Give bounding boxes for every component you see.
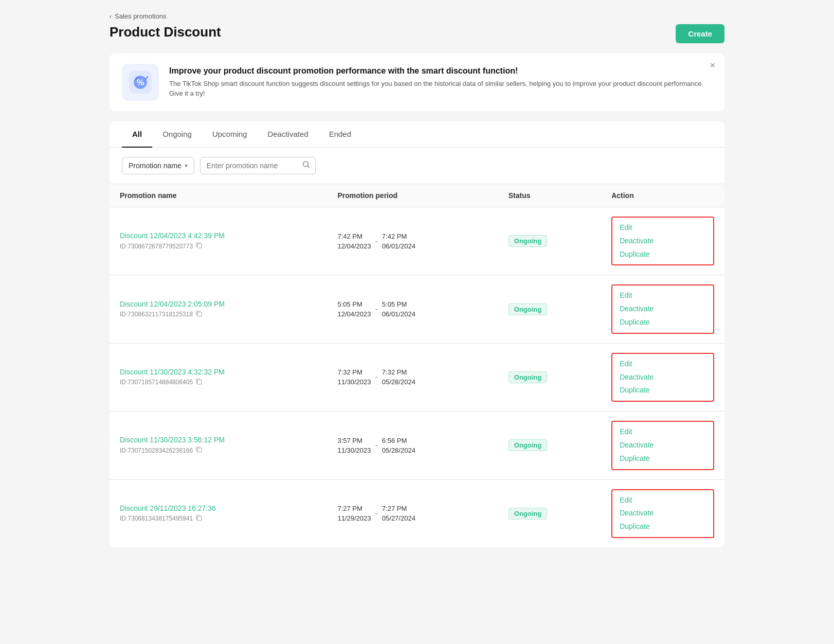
promo-action-cell: EditDeactivateDuplicate [601,479,724,547]
banner-close-button[interactable]: × [710,61,715,70]
tab-bar: AllOngoingUpcomingDeactivatedEnded [110,121,724,148]
action-col-wrapper: EditDeactivateDuplicate [611,217,714,265]
action-edit[interactable]: Edit [620,426,706,438]
promo-name-link[interactable]: Discount 11/30/2023 4:32:32 PM [120,368,317,376]
period-end-time: 5:05 PM [382,300,415,308]
promo-name-link[interactable]: Discount 12/04/2023 4:42:39 PM [120,231,317,240]
promo-period-cell: 7:32 PM 11/30/2023 - 7:32 PM 05/28/2024 [327,343,498,411]
tab-all[interactable]: All [122,121,152,148]
action-deactivate[interactable]: Deactivate [620,303,706,315]
svg-rect-6 [197,312,202,316]
copy-icon[interactable] [195,242,203,251]
banner-title: Improve your product discount promotion … [169,66,712,76]
svg-rect-5 [197,244,202,248]
period-start-date: 11/30/2023 [337,446,371,454]
action-col-wrapper: EditDeactivateDuplicate [611,353,714,402]
tab-upcoming[interactable]: Upcoming [202,121,258,148]
table-row: Discount 29/11/2023 16:27:36 ID:73068134… [110,479,724,547]
promo-id: ID:7307185714884806405 [120,378,317,387]
create-button[interactable]: Create [676,24,724,43]
banner-description: The TikTok Shop smart discount function … [169,79,712,99]
main-card: AllOngoingUpcomingDeactivatedEnded Promo… [110,121,724,547]
period-start-time: 7:42 PM [337,232,371,240]
action-duplicate[interactable]: Duplicate [620,521,706,533]
table-row: Discount 12/04/2023 2:05:09 PM ID:730863… [110,275,724,343]
action-col-wrapper: EditDeactivateDuplicate [611,284,714,333]
action-deactivate[interactable]: Deactivate [620,439,706,452]
svg-text:%: % [137,78,144,87]
filter-dropdown[interactable]: Promotion name ▾ [122,157,194,174]
period-start-time: 5:05 PM [337,300,371,308]
back-arrow-icon: ‹ [110,13,112,20]
status-badge: Ongoing [509,439,547,451]
promo-action-cell: EditDeactivateDuplicate [601,343,724,411]
copy-icon[interactable] [195,378,203,387]
period-end-time: 7:42 PM [382,232,415,240]
banner-icon: % [122,64,159,101]
status-badge: Ongoing [509,235,547,247]
search-input[interactable] [200,157,316,174]
promo-id: ID:7307150283426236166 [120,446,317,455]
action-edit[interactable]: Edit [620,494,706,507]
tab-ended[interactable]: Ended [319,121,361,148]
banner-card: % Improve your product discount promotio… [110,53,724,111]
breadcrumb[interactable]: ‹ Sales promotions [110,12,724,20]
tab-ongoing[interactable]: Ongoing [152,121,202,148]
promo-name-cell: Discount 12/04/2023 2:05:09 PM ID:730863… [110,275,327,343]
copy-icon[interactable] [195,446,203,455]
copy-icon[interactable] [195,514,203,523]
action-duplicate[interactable]: Duplicate [620,453,706,465]
promo-name-cell: Discount 11/30/2023 4:32:32 PM ID:730718… [110,343,327,411]
col-header-promotion-period: Promotion period [327,184,498,207]
period-dash: - [375,509,377,518]
filter-dropdown-label: Promotion name [129,162,182,170]
svg-rect-9 [197,516,202,521]
promotions-table: Promotion namePromotion periodStatusActi… [110,184,724,547]
col-header-action: Action [601,184,724,207]
action-deactivate[interactable]: Deactivate [620,371,706,384]
promo-id: ID:7306813438175495941 [120,514,317,523]
period-start-time: 3:57 PM [337,437,371,444]
page-title: Product Discount [110,24,221,40]
action-col-wrapper: EditDeactivateDuplicate [611,421,714,470]
action-deactivate[interactable]: Deactivate [620,235,706,247]
period-end-date: 05/28/2024 [382,378,415,386]
promo-period-cell: 5:05 PM 12/04/2023 - 5:05 PM 06/01/2024 [327,275,498,343]
promo-name-link[interactable]: Discount 11/30/2023 3:56:12 PM [120,436,317,444]
period-dash: - [375,305,377,314]
action-duplicate[interactable]: Duplicate [620,384,706,397]
promo-period-cell: 7:27 PM 11/29/2023 - 7:27 PM 05/27/2024 [327,479,498,547]
promo-id: ID:7308672678779520773 [120,242,317,251]
search-wrapper [201,157,316,174]
promo-status-cell: Ongoing [498,479,601,547]
svg-line-4 [307,166,310,168]
promo-status-cell: Ongoing [498,275,601,343]
action-edit[interactable]: Edit [620,290,706,302]
promo-name-link[interactable]: Discount 12/04/2023 2:05:09 PM [120,300,317,308]
col-header-promotion-name: Promotion name [110,184,327,207]
promo-action-cell: EditDeactivateDuplicate [601,275,724,343]
period-start-date: 11/29/2023 [337,514,371,522]
promo-name-cell: Discount 11/30/2023 3:56:12 PM ID:730715… [110,412,327,479]
action-duplicate[interactable]: Duplicate [620,248,706,261]
search-icon[interactable] [302,161,311,171]
action-duplicate[interactable]: Duplicate [620,316,706,329]
period-end-date: 05/28/2024 [382,446,415,454]
tab-deactivated[interactable]: Deactivated [257,121,318,148]
period-end-date: 06/01/2024 [382,242,415,250]
promo-name-link[interactable]: Discount 29/11/2023 16:27:36 [120,504,317,512]
promo-period-cell: 3:57 PM 11/30/2023 - 6:56 PM 05/28/2024 [327,412,498,479]
period-end-time: 6:56 PM [382,437,415,444]
action-edit[interactable]: Edit [620,358,706,370]
period-start-date: 12/04/2023 [337,242,371,250]
promo-status-cell: Ongoing [498,412,601,479]
promo-name-cell: Discount 29/11/2023 16:27:36 ID:73068134… [110,479,327,547]
action-deactivate[interactable]: Deactivate [620,507,706,520]
copy-icon[interactable] [195,310,203,319]
action-edit[interactable]: Edit [620,222,706,234]
promo-name-cell: Discount 12/04/2023 4:42:39 PM ID:730867… [110,207,327,275]
period-dash: - [375,372,377,382]
promo-status-cell: Ongoing [498,207,601,275]
svg-rect-7 [197,380,202,384]
status-badge: Ongoing [509,303,547,315]
